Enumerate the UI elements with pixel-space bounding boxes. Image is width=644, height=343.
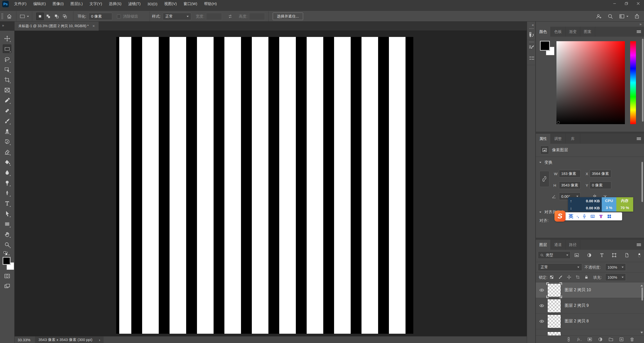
new-group-icon[interactable]: [608, 337, 614, 342]
new-layer-icon[interactable]: [619, 337, 624, 342]
ime-punctuation-toggle[interactable]: ·,: [577, 214, 579, 219]
color-tab[interactable]: 色板: [551, 27, 566, 37]
lock-pixels-icon[interactable]: [558, 275, 563, 279]
fill-input[interactable]: 100%: [605, 273, 626, 281]
height-value-input[interactable]: 3543 像素: [559, 181, 581, 189]
brush-settings-panel-icon[interactable]: [528, 44, 535, 51]
opacity-input[interactable]: 100%: [605, 263, 626, 271]
skin-icon[interactable]: [598, 214, 603, 219]
lock-all-icon[interactable]: [584, 275, 589, 279]
color-tab[interactable]: 图案: [580, 27, 595, 37]
layer-row[interactable]: 图层 2 拷贝 10: [536, 282, 644, 298]
layer-row[interactable]: 图层 2 拷贝 9: [536, 298, 644, 314]
layer-name[interactable]: 图层 2 拷贝 9: [565, 303, 589, 308]
layer-visibility-icon[interactable]: [536, 303, 547, 308]
link-dimensions-icon[interactable]: [539, 171, 549, 187]
eyedropper-tool[interactable]: [3, 96, 11, 105]
document-canvas[interactable]: [116, 37, 413, 334]
canvas-pasteboard[interactable]: [15, 31, 527, 336]
properties-tab[interactable]: 属性: [536, 134, 551, 144]
height-input[interactable]: [249, 13, 265, 20]
hue-slider[interactable]: [630, 41, 636, 124]
voice-icon[interactable]: [582, 214, 587, 219]
document-tab[interactable]: 未标题-1 @ 33.3% (图层 2 拷贝 10, RGB/8) * ×: [15, 22, 99, 31]
brushes-panel-icon[interactable]: [528, 54, 535, 62]
layer-row[interactable]: 图层 2 拷贝 8: [536, 314, 644, 329]
document-info[interactable]: 3543 像素 x 3543 像素 (300 ppi)›: [35, 336, 104, 343]
layer-thumbnail[interactable]: [547, 315, 561, 328]
move-tool[interactable]: [3, 34, 11, 43]
smart-object-filter-icon[interactable]: [624, 253, 629, 258]
scroll-up-icon[interactable]: [640, 283, 643, 286]
screen-mode-button[interactable]: [4, 283, 11, 289]
lock-position-icon[interactable]: [567, 275, 571, 279]
layer-thumbnail[interactable]: [547, 299, 561, 313]
pixel-layer-filter-icon[interactable]: [574, 253, 579, 258]
shape-layer-filter-icon[interactable]: [612, 253, 617, 258]
lock-artboard-icon[interactable]: [576, 275, 580, 279]
properties-tab[interactable]: 调整: [551, 134, 566, 144]
lock-transparency-icon[interactable]: [549, 275, 554, 279]
layers-tab[interactable]: 路径: [566, 240, 580, 250]
properties-tab[interactable]: 库: [566, 134, 580, 144]
type-tool[interactable]: [3, 199, 11, 208]
layer-style-icon[interactable]: fx: [577, 337, 582, 342]
quick-mask-button[interactable]: [4, 273, 11, 279]
clone-stamp-tool[interactable]: [3, 127, 11, 135]
hand-tool[interactable]: [3, 230, 11, 238]
swap-dimensions-icon[interactable]: [227, 14, 233, 19]
menu-item[interactable]: 图层(L): [70, 2, 83, 6]
crop-tool[interactable]: [3, 75, 11, 84]
feather-input[interactable]: 0 像素: [89, 13, 112, 20]
layer-visibility-icon[interactable]: [536, 319, 547, 324]
share-icon[interactable]: [634, 13, 640, 19]
restore-button[interactable]: [620, 0, 632, 7]
menu-item[interactable]: 图像(I): [53, 2, 64, 6]
zoom-tool[interactable]: [3, 240, 11, 249]
foreground-color-swatch[interactable]: [3, 257, 11, 265]
brush-tool[interactable]: [3, 117, 11, 125]
scrollbar-thumb[interactable]: [641, 162, 643, 202]
filter-toggle[interactable]: [637, 253, 642, 258]
layers-tab[interactable]: 图层: [536, 240, 551, 250]
color-tab[interactable]: 颜色: [536, 27, 551, 37]
scroll-down-icon[interactable]: [640, 332, 643, 335]
pen-tool[interactable]: [3, 189, 11, 197]
status-chevron-icon[interactable]: ›: [99, 338, 100, 342]
link-layers-icon[interactable]: [566, 337, 571, 342]
history-panel-icon[interactable]: [528, 31, 535, 38]
blend-mode-select[interactable]: 正常: [538, 263, 582, 271]
scrollbar-thumb[interactable]: [642, 39, 643, 122]
paint-bucket-tool[interactable]: [3, 158, 11, 166]
add-selection-icon[interactable]: [45, 13, 52, 20]
color-picker-handle[interactable]: [557, 121, 560, 124]
menu-item[interactable]: 编辑(E): [33, 2, 46, 6]
search-icon[interactable]: [607, 13, 613, 19]
history-brush-tool[interactable]: [3, 137, 11, 146]
menu-item[interactable]: 文字(Y): [90, 2, 102, 6]
type-layer-filter-icon[interactable]: [599, 253, 605, 258]
menu-item[interactable]: 视图(V): [164, 2, 177, 6]
eraser-tool[interactable]: [3, 148, 11, 156]
workspace-icon[interactable]: [619, 13, 628, 19]
menu-item[interactable]: 帮助(H): [204, 2, 217, 6]
close-button[interactable]: [632, 0, 644, 7]
add-mask-icon[interactable]: [587, 337, 592, 342]
layer-name[interactable]: 图层 2 拷贝 10: [565, 287, 591, 293]
rectangle-tool[interactable]: [3, 220, 11, 228]
style-select[interactable]: 正常: [163, 13, 191, 20]
ime-language-toggle[interactable]: 英: [569, 213, 573, 220]
antialias-checkbox[interactable]: [117, 15, 121, 18]
collapse-panels-icon[interactable]: »: [639, 22, 641, 26]
width-input[interactable]: [206, 13, 222, 20]
select-and-mask-button[interactable]: 选择并遮住...: [273, 13, 303, 20]
menu-item[interactable]: 文件(F): [14, 2, 26, 6]
tool-preset-button[interactable]: [19, 13, 29, 19]
menu-item[interactable]: 3D(D): [147, 2, 157, 6]
layer-thumbnail[interactable]: [547, 283, 561, 297]
panel-menu-icon[interactable]: [637, 243, 641, 246]
minimize-button[interactable]: [609, 0, 620, 7]
zoom-level[interactable]: 33.33%: [18, 338, 30, 342]
toolbox-icon[interactable]: [607, 214, 612, 219]
adjustment-layer-filter-icon[interactable]: [587, 253, 592, 258]
